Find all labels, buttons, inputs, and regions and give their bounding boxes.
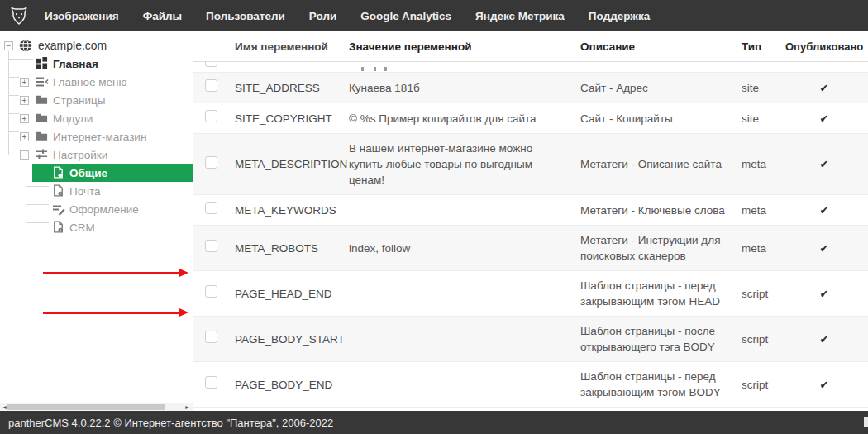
- row-checkbox[interactable]: [205, 110, 217, 122]
- row-checkbox[interactable]: [205, 285, 217, 298]
- annotation-arrow-1: [43, 269, 188, 277]
- header-checkbox-spacer: [193, 40, 235, 53]
- sidebar-item-label: Главное меню: [53, 76, 127, 88]
- row-checkbox[interactable]: [205, 331, 217, 343]
- arrow-shaft: [43, 312, 181, 314]
- expand-icon[interactable]: +: [20, 78, 29, 87]
- published-check-icon: ✔: [785, 325, 863, 354]
- scrollbar-thumb[interactable]: [7, 404, 165, 410]
- variable-description: Сайт - Адрес: [580, 74, 742, 103]
- scroll-right-icon[interactable]: ►: [184, 403, 190, 411]
- sidebar-item-label: Интернет-магазин: [53, 131, 146, 143]
- clipped-text-fragment: [361, 67, 364, 71]
- sidebar-item-label: Модули: [53, 112, 93, 125]
- main-area: −example.comГлавная+Главное меню+Страниц…: [0, 31, 868, 411]
- row-checkbox[interactable]: [205, 62, 217, 67]
- variable-type: script: [742, 325, 785, 354]
- nav-item-роли[interactable]: Роли: [309, 10, 336, 22]
- sidebar: −example.comГлавная+Главное меню+Страниц…: [0, 31, 193, 411]
- sidebar-item-label: Страницы: [53, 94, 105, 107]
- nav-item-google-analytics[interactable]: Google Analytics: [360, 10, 451, 22]
- arrow-shaft: [43, 272, 181, 274]
- collapse-icon[interactable]: −: [4, 41, 13, 50]
- published-check-icon: ✔: [785, 279, 863, 308]
- doc-gear-icon: [52, 184, 65, 198]
- expand-icon[interactable]: +: [20, 132, 29, 141]
- sidebar-item-label: Общие: [69, 167, 107, 179]
- collapse-icon[interactable]: −: [20, 150, 29, 160]
- nav-item-изображения[interactable]: Изображения: [45, 10, 119, 22]
- sidebar-item-label: Почта: [69, 185, 101, 198]
- table-row[interactable]: META_ROBOTSindex, followМетатеги - Инстр…: [193, 226, 868, 271]
- annotation-arrow-2: [43, 308, 188, 317]
- sidebar-item-общие[interactable]: Общие: [32, 164, 193, 182]
- variable-name: PAGE_BODY_END: [235, 370, 349, 399]
- table-row[interactable]: PAGE_BODY_ENDШаблон страницы - перед зак…: [193, 362, 868, 408]
- variable-value: [349, 203, 580, 217]
- app-window: ИзображенияФайлыПользователиРолиGoogle A…: [0, 0, 868, 434]
- sidebar-item-настройки[interactable]: −Настройки: [0, 145, 193, 164]
- variable-description: Метатеги - Инструкции для поисковых скан…: [580, 226, 742, 270]
- expand-icon[interactable]: +: [20, 96, 29, 105]
- published-check-icon: ✔: [785, 104, 863, 133]
- sidebar-horizontal-scrollbar[interactable]: ◄ ►: [0, 403, 193, 411]
- row-checkbox[interactable]: [205, 79, 217, 92]
- variable-name: META_ROBOTS: [235, 234, 349, 263]
- variable-type: meta: [742, 234, 785, 263]
- variable-value: [349, 332, 580, 346]
- row-checkbox-cell: [193, 73, 235, 103]
- table-row[interactable]: PAGE_HEAD_ENDШаблон страницы - перед зак…: [193, 271, 868, 317]
- variable-type: site: [742, 74, 785, 103]
- row-checkbox-cell: [193, 103, 235, 133]
- column-header-value: Значение переменной: [349, 32, 580, 61]
- variable-name: META_DESCRIPTION: [235, 150, 349, 179]
- dashboard-icon: [36, 57, 49, 70]
- sidebar-item-главное-меню[interactable]: +Главное меню: [0, 73, 193, 91]
- published-check-icon: ✔: [785, 150, 863, 179]
- row-checkbox-cell: [193, 195, 235, 225]
- sidebar-item-почта[interactable]: Почта: [0, 182, 193, 200]
- variable-name: PAGE_HEAD_END: [235, 279, 349, 308]
- row-checkbox[interactable]: [205, 376, 217, 389]
- sidebar-item-модули[interactable]: +Модули: [0, 109, 193, 127]
- folder-icon: [36, 93, 49, 107]
- variable-type: site: [742, 104, 785, 133]
- row-checkbox[interactable]: [205, 202, 217, 214]
- sidebar-item-оформление[interactable]: Оформление: [0, 200, 193, 218]
- table-row[interactable]: SITE_COPYRIGHT© %s Пример копирайтов для…: [193, 103, 868, 134]
- variable-value: index, follow: [349, 234, 580, 263]
- sliders-icon: [36, 148, 49, 161]
- globe-icon: [19, 39, 32, 52]
- sidebar-item-интернет-магазин[interactable]: +Интернет-магазин: [0, 127, 193, 145]
- nav-item-яндекс-метрика[interactable]: Яндекс Метрика: [475, 10, 565, 22]
- folder-icon: [36, 130, 49, 143]
- sidebar-item-example-com[interactable]: −example.com: [0, 36, 193, 55]
- variable-name: META_KEYWORDS: [235, 196, 349, 225]
- table-row[interactable]: META_DESCRIPTIONВ нашем интернет-магазин…: [193, 134, 868, 195]
- variable-name: PAGE_BODY_START: [235, 325, 349, 354]
- table-body: SITE_ADDRESSКунаева 181бСайт - Адресsite…: [193, 73, 868, 408]
- variable-name: SITE_ADDRESS: [235, 74, 349, 103]
- table-row[interactable]: SITE_ADDRESSКунаева 181бСайт - Адресsite…: [193, 73, 868, 103]
- row-checkbox[interactable]: [205, 156, 217, 169]
- clipped-text-fragment: [384, 67, 387, 71]
- statusbar: pantherCMS 4.0.22.2 © Интернет-агентство…: [0, 411, 868, 434]
- clipped-text-fragment: [374, 67, 376, 71]
- variable-value: Кунаева 181б: [349, 74, 580, 103]
- table-row[interactable]: META_KEYWORDSМетатеги - Ключевые словаme…: [193, 195, 868, 226]
- expand-icon[interactable]: +: [20, 114, 29, 123]
- table-row[interactable]: PAGE_BODY_STARTШаблон страницы - после о…: [193, 317, 868, 362]
- table-header: Имя переменной Значение переменной Описа…: [193, 31, 868, 62]
- sidebar-item-главная[interactable]: Главная: [0, 55, 193, 73]
- nav-item-файлы[interactable]: Файлы: [143, 10, 182, 22]
- sidebar-item-страницы[interactable]: +Страницы: [0, 91, 193, 109]
- sidebar-item-label: example.com: [38, 39, 107, 52]
- nav-item-поддержка[interactable]: Поддержка: [589, 10, 650, 22]
- nav-item-пользователи[interactable]: Пользователи: [206, 10, 285, 22]
- variable-value: [349, 287, 580, 300]
- sidebar-item-crm[interactable]: CRM: [0, 218, 193, 236]
- panther-logo-icon[interactable]: [8, 5, 30, 26]
- variable-description: Сайт - Копирайты: [580, 104, 742, 133]
- row-checkbox[interactable]: [205, 240, 217, 252]
- content-area: Имя переменной Значение переменной Описа…: [193, 31, 868, 411]
